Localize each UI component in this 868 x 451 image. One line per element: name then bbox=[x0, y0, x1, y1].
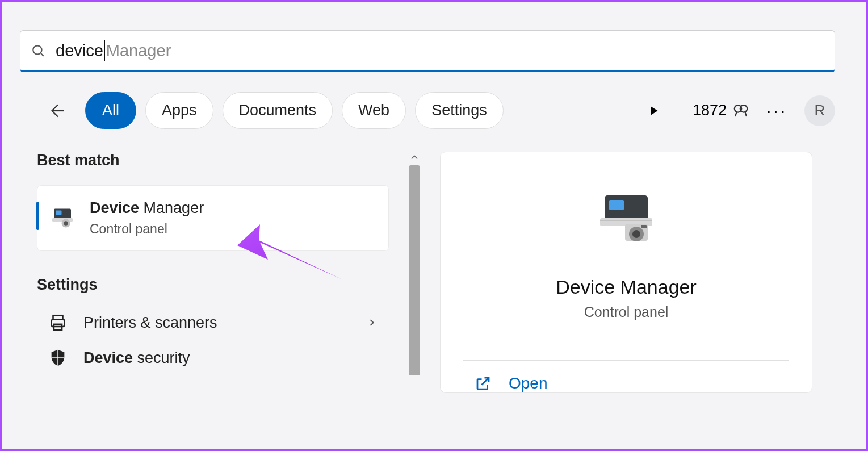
user-avatar[interactable]: R bbox=[804, 95, 835, 126]
open-label: Open bbox=[509, 374, 548, 392]
filter-pill-documents[interactable]: Documents bbox=[223, 92, 333, 129]
result-title-rest: Manager bbox=[139, 199, 204, 216]
filter-pill-label: All bbox=[102, 102, 119, 119]
details-title: Device Manager bbox=[556, 276, 697, 298]
rewards-points[interactable]: 1872 bbox=[693, 102, 749, 119]
filter-pill-apps[interactable]: Apps bbox=[145, 92, 213, 129]
svg-point-0 bbox=[33, 45, 41, 54]
settings-heading: Settings bbox=[37, 276, 389, 294]
open-external-icon bbox=[475, 375, 492, 392]
back-button[interactable] bbox=[45, 98, 70, 123]
result-text: Device Manager Control panel bbox=[90, 199, 204, 237]
details-panel: Device Manager Control panel Open bbox=[440, 152, 812, 393]
search-suggestion-text: Manager bbox=[106, 41, 171, 60]
filter-row: All Apps Documents Web Settings 1872 ···… bbox=[20, 92, 835, 129]
avatar-initial: R bbox=[815, 102, 825, 119]
settings-item-label: Device security bbox=[83, 349, 190, 367]
search-typed-text: device bbox=[56, 41, 103, 60]
medal-icon bbox=[732, 102, 749, 119]
scroll-up-icon[interactable] bbox=[409, 152, 420, 163]
svg-line-1 bbox=[41, 53, 44, 56]
chevron-right-icon bbox=[366, 317, 378, 328]
filter-pill-label: Settings bbox=[431, 102, 487, 119]
filter-pill-web[interactable]: Web bbox=[342, 92, 406, 129]
device-manager-icon bbox=[49, 204, 76, 232]
svg-rect-5 bbox=[56, 211, 62, 215]
points-value: 1872 bbox=[693, 102, 727, 119]
open-action[interactable]: Open bbox=[463, 374, 548, 392]
svg-rect-18 bbox=[641, 225, 647, 228]
details-divider bbox=[463, 360, 789, 361]
best-match-result[interactable]: Device Manager Control panel bbox=[37, 185, 389, 251]
search-bar[interactable]: device Manager bbox=[20, 30, 835, 72]
scroll-thumb[interactable] bbox=[409, 165, 420, 375]
search-input-content: device Manager bbox=[56, 40, 171, 61]
result-subtitle: Control panel bbox=[90, 222, 204, 237]
details-subtitle: Control panel bbox=[584, 304, 669, 320]
svg-point-17 bbox=[632, 230, 640, 238]
play-icon[interactable] bbox=[646, 103, 661, 118]
results-scrollbar[interactable] bbox=[406, 152, 423, 393]
svg-point-8 bbox=[64, 221, 68, 226]
printer-icon bbox=[48, 313, 68, 332]
settings-item-device-security[interactable]: Device security bbox=[37, 340, 389, 375]
settings-item-label: Printers & scanners bbox=[83, 314, 217, 332]
best-match-heading: Best match bbox=[37, 152, 389, 169]
result-title-bold: Device bbox=[90, 199, 139, 216]
filter-pill-label: Documents bbox=[239, 102, 317, 119]
text-cursor bbox=[104, 40, 105, 61]
filter-pill-label: Web bbox=[358, 102, 389, 119]
svg-rect-13 bbox=[609, 200, 624, 210]
filter-pill-all[interactable]: All bbox=[85, 92, 136, 129]
filter-pill-label: Apps bbox=[162, 102, 197, 119]
search-icon bbox=[31, 43, 45, 58]
filter-pill-settings[interactable]: Settings bbox=[415, 92, 504, 129]
device-manager-large-icon bbox=[592, 186, 660, 254]
more-options-button[interactable]: ··· bbox=[758, 101, 795, 120]
results-column: Best match Device Manager Control panel bbox=[37, 152, 389, 393]
settings-item-printers[interactable]: Printers & scanners bbox=[37, 305, 389, 340]
shield-icon bbox=[48, 348, 68, 368]
